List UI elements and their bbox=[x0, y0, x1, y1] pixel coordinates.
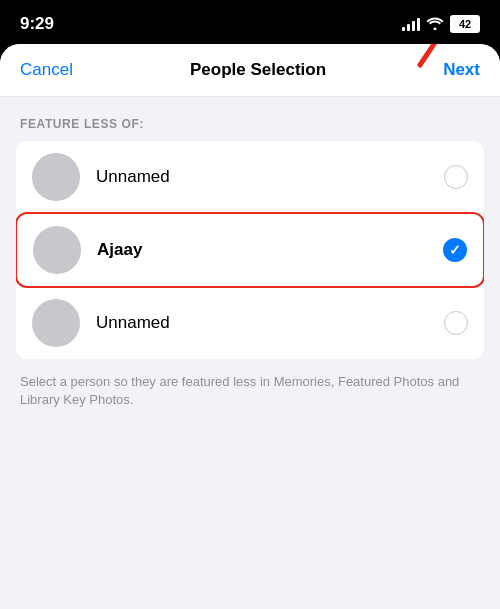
person-name: Ajaay bbox=[97, 240, 443, 260]
nav-bar: Cancel People Selection Next bbox=[0, 44, 500, 97]
avatar bbox=[32, 299, 80, 347]
next-button[interactable]: Next bbox=[443, 60, 480, 79]
list-item[interactable]: Unnamed bbox=[16, 287, 484, 359]
people-list: Unnamed Ajaay Unnamed bbox=[16, 141, 484, 359]
radio-unselected[interactable] bbox=[444, 165, 468, 189]
wifi-icon bbox=[426, 16, 444, 33]
radio-unselected[interactable] bbox=[444, 311, 468, 335]
content-area: FEATURE LESS OF: Unnamed Ajaay Unnamed bbox=[0, 97, 500, 425]
person-name: Unnamed bbox=[96, 313, 444, 333]
avatar bbox=[33, 226, 81, 274]
cancel-button[interactable]: Cancel bbox=[20, 60, 73, 80]
section-label: FEATURE LESS OF: bbox=[16, 117, 484, 131]
main-card: Cancel People Selection Next FEATURE LES… bbox=[0, 44, 500, 609]
signal-bar-3 bbox=[412, 21, 415, 31]
page-title: People Selection bbox=[190, 60, 326, 80]
signal-bars-icon bbox=[402, 17, 420, 31]
list-item[interactable]: Unnamed bbox=[16, 141, 484, 213]
avatar bbox=[32, 153, 80, 201]
status-time: 9:29 bbox=[20, 14, 54, 34]
battery-icon: 42 bbox=[450, 15, 480, 33]
footer-text: Select a person so they are featured les… bbox=[16, 359, 484, 409]
status-icons: 42 bbox=[402, 15, 480, 33]
person-name: Unnamed bbox=[96, 167, 444, 187]
signal-bar-4 bbox=[417, 18, 420, 31]
radio-selected[interactable] bbox=[443, 238, 467, 262]
signal-bar-1 bbox=[402, 27, 405, 31]
status-bar: 9:29 42 bbox=[0, 0, 500, 44]
list-item-selected[interactable]: Ajaay bbox=[16, 212, 484, 288]
signal-bar-2 bbox=[407, 24, 410, 31]
